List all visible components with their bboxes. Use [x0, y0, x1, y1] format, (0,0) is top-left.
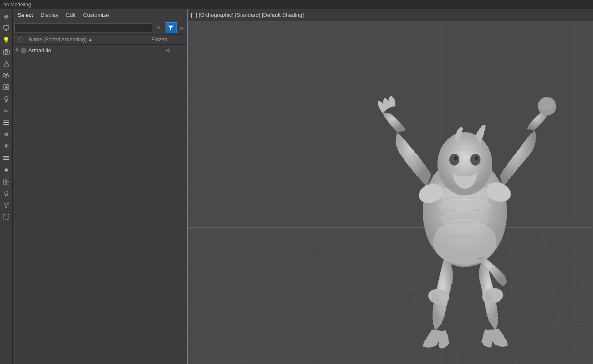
svg-rect-20	[4, 214, 9, 219]
title-text: on Modeling	[3, 2, 31, 8]
paint-region-icon[interactable]	[1, 23, 12, 34]
svg-point-1	[5, 29, 7, 31]
frozen-column-header[interactable]: Frozen	[151, 37, 185, 43]
search-bar: × »	[13, 21, 187, 35]
search-clear-button[interactable]: ×	[154, 23, 163, 32]
scene-explorer-panel: Select Display Edit Customize × »	[13, 9, 188, 364]
list-icon[interactable]	[1, 117, 12, 128]
frame-select-icon[interactable]	[1, 211, 12, 222]
list2-icon[interactable]	[1, 153, 12, 163]
camera-icon[interactable]	[1, 46, 12, 57]
svg-point-19	[5, 191, 8, 194]
svg-point-7	[5, 86, 7, 88]
svg-rect-21	[167, 25, 174, 26]
column-headers: Name (Sorted Ascending) ▲ Frozen	[13, 35, 187, 45]
svg-point-46	[454, 156, 457, 161]
svg-rect-10	[3, 122, 9, 123]
svg-rect-16	[7, 179, 9, 181]
square-tool-icon[interactable]: ■	[1, 164, 12, 175]
viewport-panel: [+] [Orthographic] [Standard] [Default S…	[188, 9, 593, 364]
svg-point-49	[539, 98, 554, 111]
svg-rect-14	[3, 159, 9, 160]
expand-button[interactable]: »	[178, 23, 185, 32]
svg-rect-9	[3, 120, 9, 121]
svg-point-54	[433, 219, 496, 265]
geometry-icon[interactable]	[1, 58, 12, 69]
svg-rect-11	[3, 124, 9, 125]
object-name-label: Armadillo	[28, 47, 151, 54]
svg-rect-4	[5, 49, 8, 51]
table-row[interactable]: 👁 Armadillo ✛	[13, 45, 187, 56]
row-visibility-icons: 👁	[14, 47, 27, 54]
armadillo-model	[370, 90, 560, 351]
svg-line-34	[188, 358, 592, 364]
select-menu[interactable]: Select	[14, 11, 36, 19]
wave-icon[interactable]	[1, 70, 12, 81]
object-list: 👁 Armadillo ✛	[13, 45, 187, 364]
pencil-icon[interactable]: ✏	[1, 105, 12, 116]
grid-icon[interactable]	[1, 176, 12, 187]
svg-rect-0	[4, 26, 9, 29]
display-menu[interactable]: Display	[37, 11, 62, 19]
search-input[interactable]	[14, 23, 152, 32]
funnel-icon[interactable]	[1, 188, 12, 199]
visibility-icon[interactable]: 👁	[14, 47, 20, 54]
name-column-header[interactable]: Name (Sorted Ascending) ▲	[14, 37, 151, 43]
light-icon[interactable]: 💡	[1, 35, 12, 46]
svg-line-41	[567, 228, 592, 316]
cursor-icon[interactable]: ⊕	[1, 11, 12, 22]
svg-point-8	[5, 96, 8, 100]
viewport-label: [+] [Orthographic] [Standard] [Default S…	[191, 12, 304, 18]
viewport-canvas[interactable]	[188, 21, 593, 364]
viewport-header: [+] [Orthographic] [Standard] [Default S…	[188, 9, 593, 21]
download-icon[interactable]	[1, 94, 12, 104]
frozen-status-icon: ✛	[151, 47, 185, 54]
svg-rect-15	[3, 179, 6, 181]
menu-bar: Select Display Edit Customize	[13, 9, 187, 21]
filter-icon[interactable]	[1, 200, 12, 211]
svg-point-47	[475, 156, 478, 161]
svg-rect-18	[7, 182, 9, 185]
svg-point-22	[18, 37, 23, 42]
edit-menu[interactable]: Edit	[63, 11, 79, 19]
object-type-icon	[21, 48, 27, 54]
left-toolbar: ⊕ 💡	[0, 9, 13, 364]
snowflake-icon[interactable]: ❄	[1, 129, 12, 140]
customize-menu[interactable]: Customize	[80, 11, 112, 19]
svg-point-3	[5, 51, 8, 54]
svg-rect-17	[3, 182, 6, 185]
screen-icon[interactable]	[1, 82, 12, 93]
svg-rect-13	[3, 158, 9, 158]
filter-button[interactable]	[165, 22, 177, 33]
eye-tool-icon[interactable]: 👁	[1, 141, 12, 152]
svg-rect-12	[3, 156, 9, 157]
